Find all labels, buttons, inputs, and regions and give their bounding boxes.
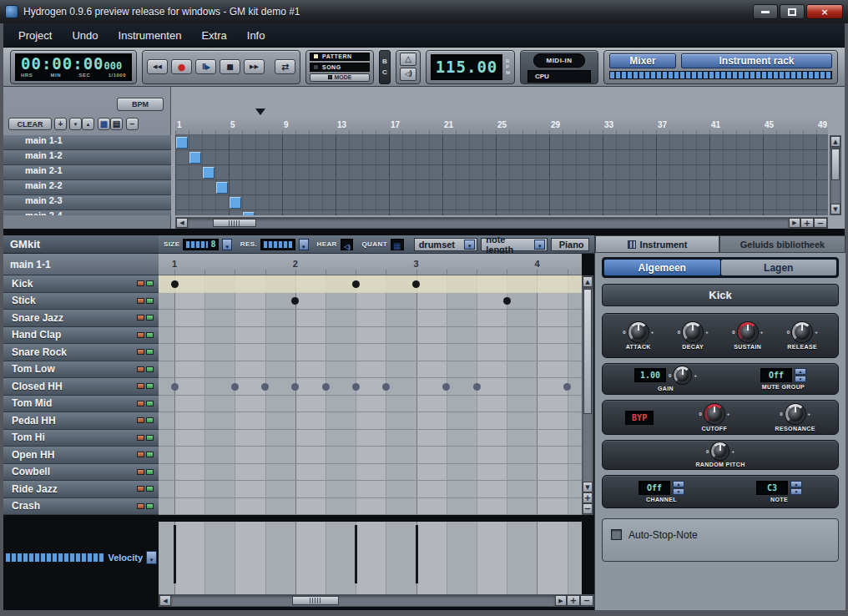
mute-led[interactable] <box>137 349 144 355</box>
song-timeline-ruler[interactable]: 15913172125293337414549 <box>175 117 828 135</box>
instrument-row[interactable]: Kick <box>3 275 159 293</box>
metronome-button[interactable] <box>400 53 416 66</box>
scroll-down-button[interactable] <box>830 204 840 215</box>
mute-led[interactable] <box>137 315 144 321</box>
menu-instrumenten[interactable]: Instrumenten <box>110 26 190 45</box>
scroll-right-button[interactable] <box>789 218 800 228</box>
scroll-left-button[interactable] <box>176 218 188 228</box>
draw-mode-button[interactable] <box>98 118 110 130</box>
song-horizontal-scrollbar[interactable] <box>175 217 828 229</box>
hear-metronome-button[interactable] <box>400 68 416 81</box>
play-pause-button[interactable] <box>195 59 216 74</box>
note-dot[interactable] <box>291 297 299 305</box>
record-button[interactable] <box>171 59 192 74</box>
mute-led[interactable] <box>137 469 144 475</box>
size-display[interactable]: 8 <box>183 239 219 250</box>
solo-led[interactable] <box>146 435 154 441</box>
loop-button[interactable] <box>275 59 295 74</box>
note-dot[interactable] <box>231 383 239 391</box>
select-mode-button[interactable] <box>110 118 123 130</box>
pattern-ruler[interactable]: 1234 <box>159 254 582 275</box>
minimize-button[interactable] <box>753 4 778 19</box>
pattern-vertical-scrollbar[interactable] <box>582 275 593 515</box>
instrument-row[interactable]: Hand Clap <box>3 327 159 345</box>
stop-button[interactable] <box>220 59 240 74</box>
note-dot[interactable] <box>473 383 481 391</box>
scroll-track[interactable] <box>171 595 555 606</box>
scroll-right-button[interactable] <box>555 595 567 606</box>
song-grid-cell[interactable] <box>189 152 201 164</box>
resonance-knob[interactable] <box>785 404 805 424</box>
zoom-out-button[interactable] <box>580 595 593 606</box>
song-grid-cell[interactable] <box>203 167 215 179</box>
stepper-up-button[interactable] <box>673 481 684 487</box>
velocity-bar[interactable] <box>174 525 176 583</box>
zoom-out-button[interactable] <box>814 218 827 228</box>
mode-switch-button[interactable]: MODE <box>310 73 370 81</box>
note-dot[interactable] <box>442 383 450 391</box>
song-grid-cell[interactable] <box>243 212 255 215</box>
note-dot[interactable] <box>382 383 390 391</box>
note-dot[interactable] <box>563 383 571 391</box>
resolution-dropdown-button[interactable] <box>299 239 308 250</box>
zoom-out-button[interactable] <box>583 503 593 514</box>
note-dot[interactable] <box>352 383 360 391</box>
solo-led[interactable] <box>146 349 154 355</box>
solo-led[interactable] <box>146 280 154 286</box>
tab-sound-library[interactable]: Geluids bibliotheek <box>719 235 845 253</box>
decay-knob[interactable] <box>683 322 703 342</box>
stepper-down-button[interactable] <box>795 376 806 382</box>
bpm-display[interactable]: 115.00 <box>431 54 502 80</box>
zoom-in-button[interactable] <box>583 492 593 503</box>
midi-in-indicator[interactable]: MIDI-IN <box>533 53 584 68</box>
solo-led[interactable] <box>146 469 154 475</box>
beat-counter-panel[interactable]: B C <box>379 50 391 84</box>
solo-led[interactable] <box>146 366 154 372</box>
menu-undo[interactable]: Undo <box>63 26 106 45</box>
mute-led[interactable] <box>137 383 144 389</box>
velocity-editor[interactable] <box>159 522 582 594</box>
mute-led[interactable] <box>137 486 144 492</box>
solo-led[interactable] <box>146 486 154 492</box>
solo-led[interactable] <box>146 332 154 338</box>
instrument-row[interactable]: Cowbell <box>3 464 159 482</box>
hear-notes-button[interactable] <box>341 239 354 250</box>
mute-group-display[interactable]: Off <box>760 368 792 382</box>
pattern-horizontal-scrollbar[interactable] <box>159 594 594 607</box>
song-grid-cell[interactable] <box>176 137 188 149</box>
solo-led[interactable] <box>146 315 154 321</box>
solo-led[interactable] <box>146 401 154 406</box>
scroll-up-button[interactable] <box>830 136 840 147</box>
mute-led[interactable] <box>137 452 144 457</box>
cutoff-knob[interactable] <box>704 404 724 424</box>
scroll-left-button[interactable] <box>159 595 171 606</box>
close-button[interactable]: × <box>806 4 843 19</box>
pattern-list-item[interactable]: main 1-2 <box>3 150 171 165</box>
scroll-thumb[interactable] <box>213 219 256 227</box>
song-grid-cell[interactable] <box>230 197 241 209</box>
scroll-track[interactable] <box>188 218 789 228</box>
song-mode-row[interactable]: SONG <box>310 63 370 72</box>
stepper-down-button[interactable] <box>673 488 684 495</box>
instrument-row[interactable]: Closed HH <box>3 378 159 396</box>
playhead-marker[interactable] <box>255 109 265 115</box>
channel-display[interactable]: Off <box>639 481 670 495</box>
move-pattern-up-button[interactable] <box>82 118 94 130</box>
size-dropdown-button[interactable] <box>222 239 231 250</box>
note-dot[interactable] <box>322 383 330 391</box>
gain-display[interactable]: 1.00 <box>634 368 666 382</box>
zoom-in-button[interactable] <box>800 218 814 228</box>
mute-led[interactable] <box>137 298 144 304</box>
velocity-bar[interactable] <box>416 525 418 583</box>
quantize-button[interactable] <box>391 239 404 250</box>
filter-bypass-button[interactable]: BYP <box>625 411 654 425</box>
velocity-bar[interactable] <box>355 525 357 583</box>
mute-led[interactable] <box>137 435 144 441</box>
instrument-row[interactable]: Tom Mid <box>3 396 159 413</box>
instrument-row[interactable]: Crash <box>3 498 159 516</box>
subtab-layers[interactable]: Lagen <box>721 260 837 275</box>
move-pattern-down-button[interactable] <box>69 118 82 130</box>
scroll-track[interactable] <box>830 147 840 204</box>
stepper-up-button[interactable] <box>790 481 802 487</box>
instrument-row[interactable]: Stick <box>3 293 159 311</box>
